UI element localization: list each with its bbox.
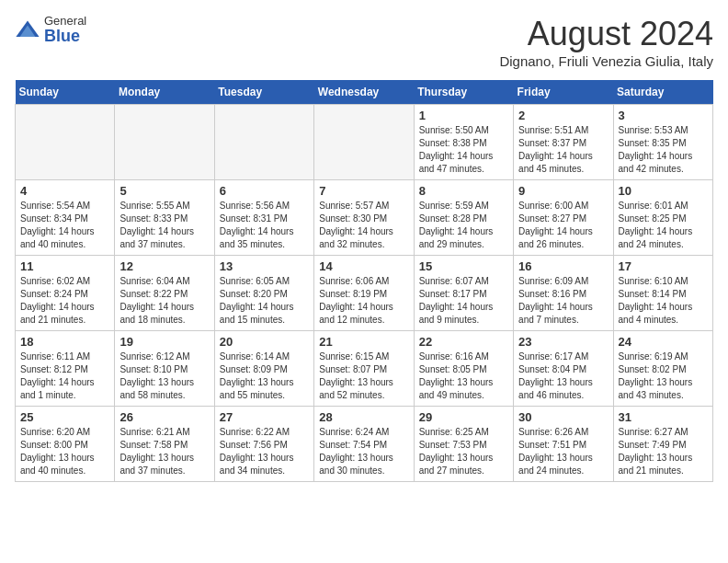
- day-info: Sunrise: 6:07 AMSunset: 8:17 PMDaylight:…: [419, 275, 508, 327]
- calendar-cell: 24Sunrise: 6:19 AMSunset: 8:02 PMDayligh…: [613, 331, 712, 407]
- calendar-cell: 22Sunrise: 6:16 AMSunset: 8:05 PMDayligh…: [414, 331, 513, 407]
- calendar-cell: [115, 105, 214, 180]
- calendar-cell: 9Sunrise: 6:00 AMSunset: 8:27 PMDaylight…: [514, 180, 613, 256]
- day-number: 2: [518, 109, 608, 122]
- col-header-sunday: Sunday: [16, 80, 115, 105]
- col-header-wednesday: Wednesday: [314, 80, 414, 105]
- calendar-cell: 30Sunrise: 6:26 AMSunset: 7:51 PMDayligh…: [514, 407, 613, 482]
- day-info: Sunrise: 6:16 AMSunset: 8:05 PMDaylight:…: [419, 350, 508, 402]
- logo-icon: [15, 17, 40, 43]
- calendar-cell: 13Sunrise: 6:05 AMSunset: 8:20 PMDayligh…: [214, 256, 313, 331]
- calendar-week-3: 11Sunrise: 6:02 AMSunset: 8:24 PMDayligh…: [16, 256, 713, 331]
- day-number: 16: [518, 259, 608, 273]
- day-info: Sunrise: 6:09 AMSunset: 8:16 PMDaylight:…: [518, 275, 608, 327]
- day-info: Sunrise: 6:02 AMSunset: 8:24 PMDaylight:…: [20, 275, 109, 327]
- page-header: General Blue August 2024 Dignano, Friuli…: [15, 15, 713, 69]
- day-number: 26: [119, 410, 209, 424]
- day-number: 25: [20, 410, 109, 424]
- day-number: 29: [419, 410, 508, 424]
- calendar-cell: [214, 105, 313, 180]
- day-number: 5: [119, 184, 209, 198]
- day-info: Sunrise: 6:06 AMSunset: 8:19 PMDaylight:…: [319, 275, 408, 327]
- day-number: 20: [220, 335, 309, 349]
- col-header-saturday: Saturday: [613, 80, 712, 105]
- day-info: Sunrise: 5:59 AMSunset: 8:28 PMDaylight:…: [419, 200, 508, 251]
- calendar-cell: 21Sunrise: 6:15 AMSunset: 8:07 PMDayligh…: [314, 331, 414, 407]
- logo-blue-text: Blue: [44, 28, 86, 46]
- day-info: Sunrise: 5:51 AMSunset: 8:37 PMDaylight:…: [518, 124, 608, 176]
- calendar-cell: 25Sunrise: 6:20 AMSunset: 8:00 PMDayligh…: [16, 407, 115, 482]
- day-info: Sunrise: 6:04 AMSunset: 8:22 PMDaylight:…: [119, 275, 209, 327]
- day-number: 6: [220, 184, 309, 198]
- day-number: 28: [319, 410, 408, 424]
- calendar-cell: 7Sunrise: 5:57 AMSunset: 8:30 PMDaylight…: [314, 180, 414, 256]
- calendar-cell: 23Sunrise: 6:17 AMSunset: 8:04 PMDayligh…: [514, 331, 613, 407]
- day-number: 30: [518, 410, 608, 424]
- day-info: Sunrise: 6:19 AMSunset: 8:02 PMDaylight:…: [619, 350, 708, 402]
- day-info: Sunrise: 6:24 AMSunset: 7:54 PMDaylight:…: [319, 426, 408, 477]
- day-number: 24: [619, 335, 708, 349]
- day-info: Sunrise: 6:01 AMSunset: 8:25 PMDaylight:…: [619, 200, 708, 251]
- calendar-cell: 18Sunrise: 6:11 AMSunset: 8:12 PMDayligh…: [16, 331, 115, 407]
- day-number: 18: [20, 335, 109, 349]
- day-info: Sunrise: 6:14 AMSunset: 8:09 PMDaylight:…: [220, 350, 309, 402]
- logo: General Blue: [15, 15, 86, 46]
- col-header-tuesday: Tuesday: [214, 80, 313, 105]
- day-info: Sunrise: 6:00 AMSunset: 8:27 PMDaylight:…: [518, 200, 608, 251]
- day-number: 15: [419, 259, 508, 273]
- day-number: 14: [319, 259, 408, 273]
- calendar-week-4: 18Sunrise: 6:11 AMSunset: 8:12 PMDayligh…: [16, 331, 713, 407]
- day-number: 19: [119, 335, 209, 349]
- day-info: Sunrise: 6:10 AMSunset: 8:14 PMDaylight:…: [619, 275, 708, 327]
- calendar-week-1: 1Sunrise: 5:50 AMSunset: 8:38 PMDaylight…: [16, 105, 713, 180]
- calendar-cell: 12Sunrise: 6:04 AMSunset: 8:22 PMDayligh…: [115, 256, 214, 331]
- calendar-cell: [314, 105, 414, 180]
- day-number: 27: [220, 410, 309, 424]
- day-info: Sunrise: 6:21 AMSunset: 7:58 PMDaylight:…: [119, 426, 209, 477]
- day-info: Sunrise: 5:57 AMSunset: 8:30 PMDaylight:…: [319, 200, 408, 251]
- day-number: 7: [319, 184, 408, 198]
- calendar-cell: 14Sunrise: 6:06 AMSunset: 8:19 PMDayligh…: [314, 256, 414, 331]
- day-info: Sunrise: 6:17 AMSunset: 8:04 PMDaylight:…: [518, 350, 608, 402]
- day-number: 10: [619, 184, 708, 198]
- day-info: Sunrise: 5:54 AMSunset: 8:34 PMDaylight:…: [20, 200, 109, 251]
- calendar-cell: 29Sunrise: 6:25 AMSunset: 7:53 PMDayligh…: [414, 407, 513, 482]
- calendar-cell: 2Sunrise: 5:51 AMSunset: 8:37 PMDaylight…: [514, 105, 613, 180]
- day-number: 9: [518, 184, 608, 198]
- calendar-cell: 6Sunrise: 5:56 AMSunset: 8:31 PMDaylight…: [214, 180, 313, 256]
- day-info: Sunrise: 5:50 AMSunset: 8:38 PMDaylight:…: [419, 124, 508, 176]
- calendar-cell: 28Sunrise: 6:24 AMSunset: 7:54 PMDayligh…: [314, 407, 414, 482]
- month-title: August 2024: [499, 15, 713, 53]
- day-number: 11: [20, 259, 109, 273]
- calendar-cell: 19Sunrise: 6:12 AMSunset: 8:10 PMDayligh…: [115, 331, 214, 407]
- day-info: Sunrise: 6:15 AMSunset: 8:07 PMDaylight:…: [319, 350, 408, 402]
- calendar-week-5: 25Sunrise: 6:20 AMSunset: 8:00 PMDayligh…: [16, 407, 713, 482]
- calendar-cell: 20Sunrise: 6:14 AMSunset: 8:09 PMDayligh…: [214, 331, 313, 407]
- calendar-cell: 17Sunrise: 6:10 AMSunset: 8:14 PMDayligh…: [613, 256, 712, 331]
- day-info: Sunrise: 6:25 AMSunset: 7:53 PMDaylight:…: [419, 426, 508, 477]
- calendar-cell: 4Sunrise: 5:54 AMSunset: 8:34 PMDaylight…: [16, 180, 115, 256]
- calendar-cell: 1Sunrise: 5:50 AMSunset: 8:38 PMDaylight…: [414, 105, 513, 180]
- day-number: 8: [419, 184, 508, 198]
- calendar-cell: 10Sunrise: 6:01 AMSunset: 8:25 PMDayligh…: [613, 180, 712, 256]
- calendar-cell: [16, 105, 115, 180]
- logo-text: General Blue: [44, 15, 86, 46]
- day-number: 21: [319, 335, 408, 349]
- day-info: Sunrise: 5:55 AMSunset: 8:33 PMDaylight:…: [119, 200, 209, 251]
- title-block: August 2024 Dignano, Friuli Venezia Giul…: [499, 15, 713, 69]
- calendar-cell: 11Sunrise: 6:02 AMSunset: 8:24 PMDayligh…: [16, 256, 115, 331]
- calendar-cell: 5Sunrise: 5:55 AMSunset: 8:33 PMDaylight…: [115, 180, 214, 256]
- calendar-week-2: 4Sunrise: 5:54 AMSunset: 8:34 PMDaylight…: [16, 180, 713, 256]
- day-info: Sunrise: 5:56 AMSunset: 8:31 PMDaylight:…: [220, 200, 309, 251]
- location-title: Dignano, Friuli Venezia Giulia, Italy: [499, 53, 713, 69]
- day-number: 23: [518, 335, 608, 349]
- col-header-thursday: Thursday: [414, 80, 513, 105]
- calendar-header-row: SundayMondayTuesdayWednesdayThursdayFrid…: [16, 80, 713, 105]
- day-number: 3: [619, 109, 708, 122]
- calendar-cell: 15Sunrise: 6:07 AMSunset: 8:17 PMDayligh…: [414, 256, 513, 331]
- day-info: Sunrise: 5:53 AMSunset: 8:35 PMDaylight:…: [619, 124, 708, 176]
- calendar-cell: 8Sunrise: 5:59 AMSunset: 8:28 PMDaylight…: [414, 180, 513, 256]
- day-number: 13: [220, 259, 309, 273]
- day-number: 4: [20, 184, 109, 198]
- day-info: Sunrise: 6:20 AMSunset: 8:00 PMDaylight:…: [20, 426, 109, 477]
